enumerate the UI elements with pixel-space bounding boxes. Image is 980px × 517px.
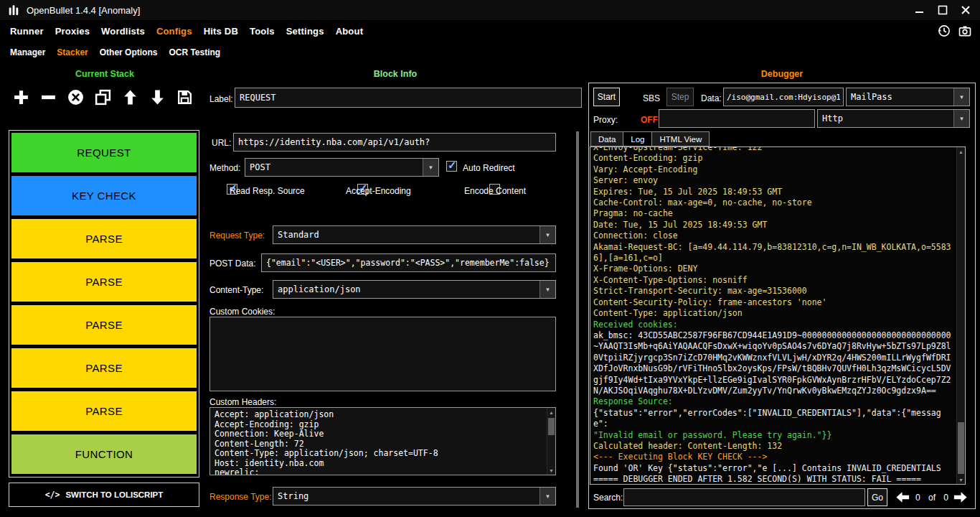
menu-items: RunnerProxiesWordlistsConfigsHits DBTool…	[0, 26, 363, 37]
submenu-item-stacker[interactable]: Stacker	[57, 47, 88, 57]
log-line: ak_bmsc: 43CD55ABC2587F96FB67CD944E1A91D…	[593, 330, 953, 396]
clock-refresh-icon[interactable]	[936, 23, 952, 39]
tab-log[interactable]: Log	[623, 131, 652, 146]
save-icon[interactable]	[175, 88, 194, 106]
scroll-up-icon[interactable]: ▲	[957, 147, 965, 156]
wordlist-type-select[interactable]: MailPass ▼	[846, 88, 970, 106]
next-match-button[interactable]	[952, 489, 969, 508]
stack-block-key-check[interactable]: KEY CHECK	[11, 176, 197, 215]
log-line: Calculated header: Content-Length: 132	[593, 441, 953, 452]
stack-block-parse[interactable]: PARSE	[11, 391, 197, 431]
proxy-type-value: Http	[818, 110, 953, 127]
code-icon: </>	[45, 490, 60, 500]
close-button[interactable]	[956, 2, 976, 18]
log-line: Expires: Tue, 15 Jul 2025 18:49:53 GMT	[593, 187, 953, 197]
log-line: X-Envoy-Upstream-Service-Time: 122	[593, 146, 953, 153]
chevron-down-icon: ▼	[423, 159, 438, 176]
proxy-caption: Proxy:	[593, 115, 618, 125]
search-caption: Search:	[593, 493, 623, 503]
debugger-log[interactable]: X-Envoy-Upstream-Service-Time: 122Conten…	[590, 146, 966, 485]
log-line: Server: envoy	[593, 175, 953, 186]
match-of-label: of	[928, 493, 936, 503]
log-line: Content-Type: application/json	[593, 308, 953, 319]
request-type-select[interactable]: Standard ▼	[273, 225, 556, 244]
method-select[interactable]: POST ▼	[245, 158, 439, 177]
scroll-down-icon[interactable]: ▼	[547, 466, 555, 475]
stack-block-request[interactable]: REQUEST	[11, 133, 197, 172]
menu-item-hits-db[interactable]: Hits DB	[204, 26, 238, 37]
chevron-down-icon: ▼	[540, 281, 555, 298]
block-info-scrollbar[interactable]	[576, 131, 579, 508]
menu-item-settings[interactable]: Settings	[286, 26, 324, 37]
tab-data[interactable]: Data	[590, 131, 623, 146]
go-button[interactable]: Go	[867, 488, 887, 506]
maximize-button[interactable]	[933, 2, 953, 18]
search-input[interactable]	[623, 488, 865, 506]
step-button[interactable]: Step	[666, 88, 694, 106]
custom-headers-textarea[interactable]: Accept: application/json Accept-Encoding…	[209, 407, 556, 475]
scrollbar-thumb[interactable]	[548, 418, 555, 435]
log-line: "Invalid email or password. Please try a…	[593, 430, 953, 441]
menu-item-runner[interactable]: Runner	[10, 26, 44, 37]
log-line: Connection: close	[593, 230, 953, 241]
minimize-button[interactable]	[910, 2, 930, 18]
menu-item-proxies[interactable]: Proxies	[55, 26, 90, 37]
stack-block-parse[interactable]: PARSE	[11, 262, 197, 302]
proxy-input[interactable]	[659, 109, 815, 128]
label-input[interactable]	[235, 88, 582, 108]
previous-match-button[interactable]	[895, 489, 911, 508]
url-input[interactable]	[233, 133, 556, 152]
custom-headers-scrollbar[interactable]: ▲ ▼	[547, 408, 555, 475]
clone-icon[interactable]	[93, 88, 112, 106]
content-type-select[interactable]: application/json ▼	[273, 280, 556, 299]
log-line: Content-Encoding: gzip	[593, 153, 953, 164]
tab-html-view[interactable]: HTML View	[651, 131, 710, 146]
close-icon	[958, 3, 973, 17]
auto-redirect-checkbox[interactable]	[446, 161, 457, 172]
log-line: X-Content-Type-Options: nosniff	[593, 275, 953, 286]
custom-cookies-caption: Custom Cookies:	[209, 307, 275, 317]
scroll-down-icon[interactable]: ▼	[957, 475, 965, 484]
custom-cookies-textarea[interactable]	[209, 317, 556, 391]
menu-bar: RunnerProxiesWordlistsConfigsHits DBTool…	[0, 20, 980, 42]
match-position: 0	[915, 493, 920, 503]
switch-to-loliscript-button[interactable]: </> SWITCH TO LOLISCRIPT	[9, 483, 199, 507]
stack-block-parse[interactable]: PARSE	[11, 348, 197, 388]
camera-icon[interactable]	[957, 23, 973, 39]
post-data-input[interactable]	[261, 253, 556, 272]
url-caption: URL:	[212, 138, 231, 148]
remove-icon[interactable]	[39, 88, 57, 106]
log-scrollbar[interactable]: ▲ ▼	[956, 147, 965, 484]
proxy-type-select[interactable]: Http ▼	[817, 109, 970, 128]
submenu-bar: ManagerStackerOther OptionsOCR Testing	[0, 42, 980, 63]
stack-block-parse[interactable]: PARSE	[11, 305, 197, 345]
stack-block-function[interactable]: FUNCTION	[11, 434, 197, 474]
scrollbar-thumb[interactable]	[958, 422, 964, 474]
accept-encoding-label: Accept-Encoding	[346, 186, 411, 196]
data-input[interactable]	[723, 88, 844, 106]
clear-icon[interactable]	[66, 88, 85, 106]
log-line: Found 'OR' Key {"status":"error","e [...…	[593, 463, 953, 474]
move-up-icon[interactable]	[121, 88, 139, 106]
scroll-up-icon[interactable]: ▲	[547, 408, 555, 416]
switch-to-loliscript-label: SWITCH TO LOLISCRIPT	[65, 490, 163, 499]
menu-item-wordlists[interactable]: Wordlists	[101, 26, 145, 37]
submenu-item-other-options[interactable]: Other Options	[100, 47, 158, 57]
search-match-counter: 0 of 0	[915, 493, 948, 503]
response-type-select[interactable]: String ▼	[273, 487, 556, 506]
start-button[interactable]: Start	[593, 88, 620, 106]
arrow-left-icon	[895, 489, 911, 506]
menu-item-tools[interactable]: Tools	[250, 26, 275, 37]
log-line: <--- Executing Block KEY CHECK --->	[593, 452, 953, 462]
submenu-item-ocr-testing[interactable]: OCR Testing	[169, 47, 220, 57]
submenu-item-manager[interactable]: Manager	[10, 47, 45, 57]
move-down-icon[interactable]	[148, 88, 166, 106]
content-type-caption: Content-Type:	[209, 285, 263, 295]
log-line: Response Source:	[593, 396, 953, 407]
method-value: POST	[245, 159, 423, 176]
stack-block-parse[interactable]: PARSE	[11, 219, 197, 258]
menu-item-about[interactable]: About	[336, 26, 364, 37]
menu-item-configs[interactable]: Configs	[156, 26, 192, 37]
encode-content-label: Encode Content	[464, 186, 526, 196]
add-icon[interactable]	[11, 88, 30, 106]
